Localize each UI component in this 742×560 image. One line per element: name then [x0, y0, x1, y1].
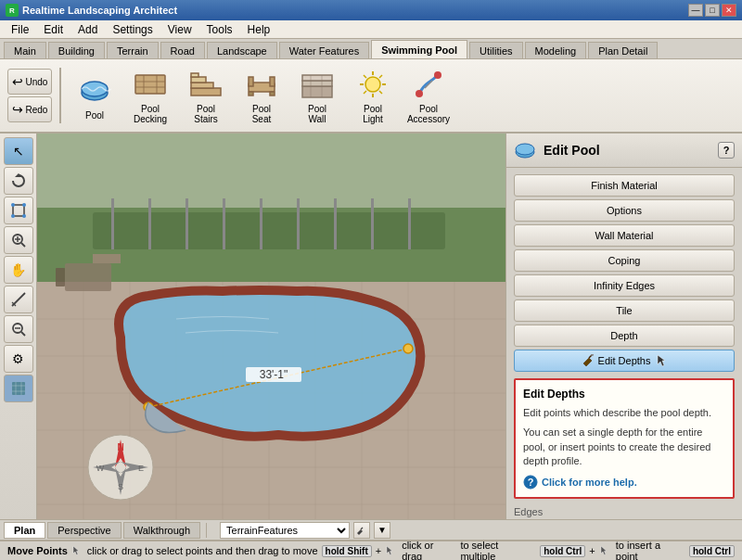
svg-rect-86: [65, 263, 111, 291]
menu-help[interactable]: Help: [240, 21, 278, 38]
tool-pool-light[interactable]: PoolLight: [347, 64, 399, 127]
svg-rect-16: [302, 86, 332, 97]
menu-edit[interactable]: Edit: [36, 21, 70, 38]
svg-line-29: [364, 91, 366, 94]
left-tool-zoom-out[interactable]: [4, 315, 33, 343]
toolbar: ↩ Undo ↪ Redo Pool PoolDecki: [0, 59, 742, 134]
tab-bar: Main Building Terrain Road Landscape Wat…: [0, 39, 742, 59]
tab-modeling[interactable]: Modeling: [525, 42, 587, 58]
svg-rect-17: [302, 81, 332, 86]
menu-file[interactable]: File: [4, 21, 36, 38]
tool-pool-wall[interactable]: PoolWall: [291, 64, 343, 127]
svg-rect-13: [270, 77, 275, 86]
status-plus1: +: [376, 545, 381, 556]
left-tool-select[interactable]: ↖: [4, 137, 33, 165]
tool-pool-seat[interactable]: PoolSeat: [236, 64, 288, 127]
menu-add[interactable]: Add: [70, 21, 105, 38]
tab-main[interactable]: Main: [4, 42, 46, 58]
cursor-icon: [656, 353, 667, 368]
menu-settings[interactable]: Settings: [105, 21, 160, 38]
left-tool-hand[interactable]: ✋: [4, 256, 33, 284]
left-tool-settings[interactable]: ⚙: [4, 345, 33, 373]
coping-button[interactable]: Coping: [514, 249, 735, 272]
svg-rect-7: [191, 88, 221, 95]
maximize-button[interactable]: □: [705, 4, 720, 17]
infinity-edges-button[interactable]: Infinity Edges: [514, 274, 735, 297]
tool-pool-decking-label: PoolDecking: [134, 104, 167, 124]
svg-text:?: ?: [528, 477, 534, 488]
svg-text:E: E: [138, 464, 144, 473]
panel-pool-icon: [514, 139, 536, 161]
tab-landscape[interactable]: Landscape: [207, 42, 277, 58]
terrain-edit-button[interactable]: [353, 522, 370, 539]
edges-label: Edges: [514, 506, 735, 517]
terrain-dropdown-button[interactable]: ▼: [374, 522, 390, 539]
viewport[interactable]: 33'-1" N S W E: [37, 134, 505, 519]
panel-help-button[interactable]: ?: [718, 142, 735, 159]
svg-rect-18: [302, 75, 332, 81]
bottom-tab-walkthrough[interactable]: Walkthrough: [123, 522, 200, 539]
tab-plan-detail[interactable]: Plan Detail: [588, 42, 658, 58]
tab-water-features[interactable]: Water Features: [279, 42, 369, 58]
tile-button[interactable]: Tile: [514, 299, 735, 322]
bottom-separator: [206, 523, 207, 538]
svg-point-35: [22, 203, 26, 207]
left-tool-rotate[interactable]: [4, 167, 33, 195]
terrain-select[interactable]: TerrainFeatures LandscapeFeatures AllFea…: [220, 522, 350, 539]
pool-accessory-icon: [410, 68, 447, 101]
svg-point-99: [516, 144, 534, 155]
edit-depths-button[interactable]: Edit Depths: [514, 350, 735, 372]
finish-material-button[interactable]: Finish Material: [514, 174, 735, 197]
svg-rect-3: [135, 81, 165, 83]
options-button[interactable]: Options: [514, 199, 735, 222]
left-toolbar: ↖ ✋ ⚙: [0, 134, 37, 519]
status-click-drag: click or drag to select points and then …: [71, 544, 318, 557]
undo-redo-group: ↩ Undo ↪ Redo: [7, 69, 52, 122]
left-tool-zoom-in[interactable]: [4, 226, 33, 254]
close-button[interactable]: ✕: [722, 4, 736, 17]
svg-line-26: [364, 75, 366, 78]
edit-depths-label: Edit Depths: [598, 355, 651, 366]
tool-pool-decking[interactable]: PoolDecking: [124, 64, 176, 127]
title-bar-controls: — □ ✕: [688, 4, 736, 17]
right-panel: Edit Pool ? Finish Material Options Wall…: [505, 134, 742, 519]
svg-rect-60: [260, 198, 262, 249]
svg-rect-8: [191, 83, 213, 88]
tool-pool[interactable]: Pool: [69, 64, 121, 127]
svg-rect-9: [191, 77, 206, 83]
redo-button[interactable]: ↪ Redo: [7, 96, 52, 122]
menu-tools[interactable]: Tools: [199, 21, 240, 38]
left-tool-satellite[interactable]: [4, 375, 33, 402]
status-bar: Move Points click or drag to select poin…: [0, 540, 742, 560]
menu-view[interactable]: View: [160, 21, 199, 38]
left-tool-edit[interactable]: [4, 197, 33, 224]
bottom-tab-plan[interactable]: Plan: [4, 522, 45, 539]
depth-button[interactable]: Depth: [514, 325, 735, 347]
svg-text:N: N: [117, 442, 123, 452]
bottom-tab-perspective[interactable]: Perspective: [47, 522, 121, 539]
minimize-button[interactable]: —: [688, 4, 703, 17]
tooltip-help-link[interactable]: ? Click for more help.: [523, 475, 725, 490]
svg-rect-62: [334, 198, 337, 249]
panel-title: Edit Pool: [544, 143, 600, 158]
svg-rect-47: [12, 382, 25, 395]
svg-point-34: [11, 203, 15, 207]
tab-road[interactable]: Road: [160, 42, 205, 58]
tab-terrain[interactable]: Terrain: [107, 42, 159, 58]
svg-rect-6: [156, 75, 158, 94]
edit-depths-icon: [582, 354, 595, 367]
pool-stairs-icon: [187, 68, 224, 101]
tooltip-title: Edit Depths: [523, 388, 725, 401]
tab-building[interactable]: Building: [48, 42, 105, 58]
tool-pool-stairs[interactable]: PoolStairs: [180, 64, 232, 127]
tab-utilities[interactable]: Utilities: [469, 42, 522, 58]
svg-point-36: [11, 214, 15, 218]
tool-pool-accessory[interactable]: PoolAccessory: [403, 64, 454, 127]
tab-swimming-pool[interactable]: Swimming Pool: [371, 40, 467, 58]
wall-material-button[interactable]: Wall Material: [514, 224, 735, 247]
pool-icon: [76, 70, 113, 108]
left-tool-measure[interactable]: [4, 286, 33, 313]
undo-button[interactable]: ↩ Undo: [7, 69, 52, 95]
svg-rect-10: [191, 73, 198, 77]
svg-rect-61: [297, 198, 300, 249]
